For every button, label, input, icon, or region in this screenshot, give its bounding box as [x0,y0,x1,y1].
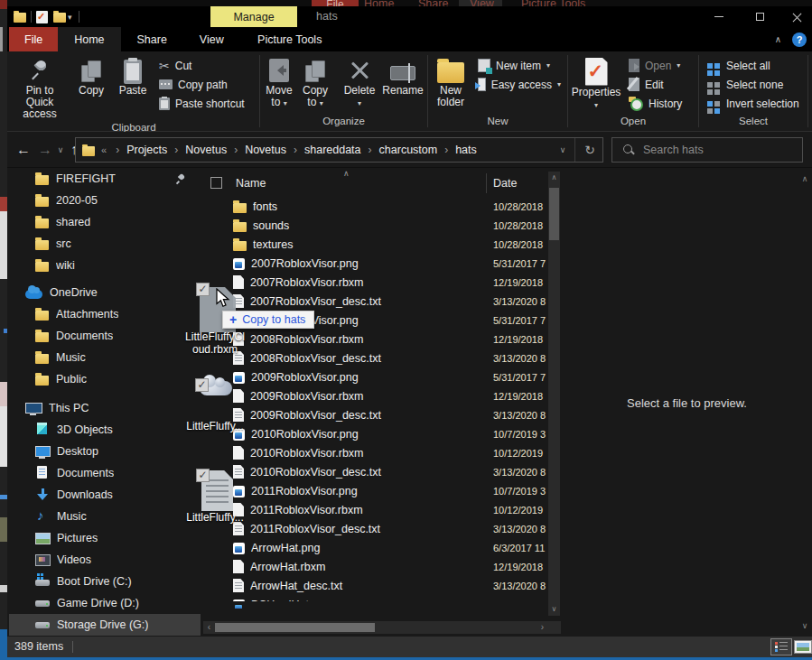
sidebar-item[interactable]: 2020-05 [9,190,201,211]
file-row[interactable]: 2008RobloxVisor.png 5/31/2017 7 [203,311,548,330]
pin-to-quick-access-button[interactable]: Pin to Quick access [9,54,70,122]
tab-view[interactable]: View [183,27,240,51]
breadcrumb-segment[interactable]: › charcustom [361,138,438,162]
tab-share[interactable]: Share [121,27,183,51]
manage-contextual-tab[interactable]: Manage [210,6,297,27]
history-button[interactable]: History [625,94,695,113]
cut-button[interactable]: ✂ Cut [155,56,257,75]
breadcrumb-segment[interactable]: › hats [437,138,477,162]
breadcrumb-segment[interactable]: › Novetus [167,138,227,162]
qat-properties-icon[interactable] [36,11,48,23]
copy-button[interactable]: Copy [70,54,112,98]
delete-button[interactable]: Delete ▾ [340,54,379,111]
refresh-icon[interactable]: ↻ [574,138,595,162]
file-row[interactable]: 2010RobloxVisor_desc.txt 3/13/2020 8 [203,462,548,481]
file-row[interactable]: 2007RobloxVisor.png 5/31/2017 7 [203,254,548,273]
file-row[interactable]: 2011RobloxVisor_desc.txt 3/13/2020 8 [203,519,548,538]
back-button[interactable]: ← [14,132,33,168]
scroll-right-icon[interactable]: › [537,621,548,634]
file-row[interactable]: ArrowHat.png 6/3/2017 11 [203,538,548,557]
forward-button[interactable]: → [36,132,54,168]
maximize-button[interactable] [744,6,775,27]
sidebar-item[interactable]: Documents [9,325,201,347]
open-button[interactable]: Open ▾ [625,56,695,75]
breadcrumb-segment[interactable]: › Novetus [227,138,286,162]
file-row[interactable]: 2010RobloxVisor.rbxm 10/12/2019 [203,443,548,462]
search-input[interactable]: Search hats [611,137,803,163]
vertical-scrollbar[interactable]: ∧ ∨ [548,172,560,616]
sidebar-item[interactable]: Music [9,506,201,527]
file-row[interactable]: 2009RobloxVisor.png 5/31/2017 7 [203,367,548,386]
qat-folder-icon[interactable] [14,13,26,23]
file-row[interactable]: ArrowHat_desc.txt 3/13/2020 8 [203,576,548,595]
new-item-button[interactable]: New item ▾ [474,56,565,75]
address-bar[interactable]: « › Projects › Novetus › Novetus › share… [75,137,603,163]
help-icon[interactable]: ? [792,33,807,47]
file-row[interactable]: 2008RobloxVisor.rbxm 12/19/2018 [203,330,548,349]
address-dropdown-icon[interactable]: ∨ [560,145,566,154]
easy-access-button[interactable]: Easy access ▾ [474,75,565,94]
sidebar-item[interactable]: Videos [9,549,201,571]
qat-customize-icon[interactable]: ▾ [68,13,72,22]
copy-to-button[interactable]: Copy to ▾ [297,54,333,111]
move-to-button[interactable]: Move to ▾ [261,54,297,111]
file-row[interactable]: 2007RobloxVisor_desc.txt 3/13/2020 8 [203,292,548,311]
sidebar-item[interactable]: src [9,233,201,255]
horizontal-scrollbar[interactable]: ‹ › [203,621,561,634]
sidebar-item[interactable]: shared [9,211,201,233]
sidebar-item[interactable]: FIREFIGHT [9,168,201,190]
select-all-checkbox[interactable] [210,177,222,189]
sidebar-item[interactable]: Boot Drive (C:) [9,571,201,592]
scroll-down-icon[interactable]: ∨ [548,603,560,616]
file-row[interactable]: 2009RobloxVisor.rbxm 12/19/2018 [203,386,548,405]
name-column-header[interactable]: Name [236,177,266,190]
tab-file[interactable]: File [9,27,58,51]
file-row[interactable]: 2008RobloxVisor_desc.txt 3/13/2020 8 [203,349,548,367]
file-row[interactable]: sounds 10/28/2018 [203,216,548,235]
breadcrumb-segment[interactable]: › shareddata [286,138,361,162]
close-button[interactable] [781,6,812,27]
thumbnail-view-button[interactable] [794,640,812,654]
file-row[interactable]: textures 10/28/2018 [203,235,548,254]
column-divider[interactable] [486,173,487,193]
file-row[interactable]: 2009RobloxVisor_desc.txt 3/13/2020 8 [203,405,548,424]
vertical-scrollbar-thumb[interactable] [549,188,559,240]
file-row[interactable]: 2011RobloxVisor.rbxm 10/12/2019 [203,500,548,519]
copy-path-button[interactable]: Copy path [155,75,257,94]
invert-selection-button[interactable]: Invert selection [702,94,805,113]
file-row[interactable]: fonts 10/28/2018 [203,197,548,216]
sidebar-item[interactable]: Attachments [9,303,201,325]
file-row[interactable]: 2011RobloxVisor.png 10/7/2019 3 [203,481,548,500]
sidebar-item[interactable]: Storage Drive (G:) [9,614,201,636]
scroll-left-icon[interactable]: ‹ [203,621,215,634]
sidebar-item[interactable]: Documents [9,462,201,484]
details-view-button[interactable] [770,638,792,655]
rename-button[interactable]: Rename [379,54,426,98]
ribbon-collapse-icon[interactable]: ∧ [775,34,781,44]
paste-shortcut-button[interactable]: Paste shortcut [155,94,257,113]
sidebar-item[interactable]: Music [9,347,201,368]
sidebar-item[interactable]: Downloads [9,484,201,506]
new-folder-button[interactable]: New folder [429,54,472,110]
qat-new-folder-icon[interactable] [53,13,66,23]
paste-button[interactable]: Paste [112,54,154,98]
minimize-button[interactable] [704,6,734,27]
date-column-header[interactable]: Date [493,177,517,190]
tab-home[interactable]: Home [58,27,120,51]
breadcrumb-segment[interactable]: › Projects [108,138,167,162]
tab-picture-tools[interactable]: Picture Tools [240,27,340,51]
sidebar-item[interactable]: Desktop [9,441,201,462]
sidebar-item[interactable]: Public [9,368,201,390]
file-row[interactable]: 2010RobloxVisor.png 10/7/2019 3 [203,424,548,443]
horizontal-scrollbar-thumb[interactable] [215,623,375,632]
file-row[interactable]: BCHardHat.png 5/31/2017 7 [203,595,548,601]
file-row[interactable]: 2007RobloxVisor.rbxm 12/19/2018 [203,273,548,292]
edit-button[interactable]: Edit [625,75,695,94]
sidebar-item[interactable]: This PC [9,397,201,419]
file-row[interactable]: ArrowHat.rbxm 12/19/2018 [203,557,548,576]
sidebar-item[interactable]: wiki [9,255,201,276]
sidebar-item[interactable]: Game Drive (D:) [9,592,201,614]
properties-button[interactable]: Properties ▾ [569,54,623,113]
scroll-up-icon[interactable]: ∧ [548,172,560,184]
sidebar-item[interactable]: 3D Objects [9,419,201,441]
